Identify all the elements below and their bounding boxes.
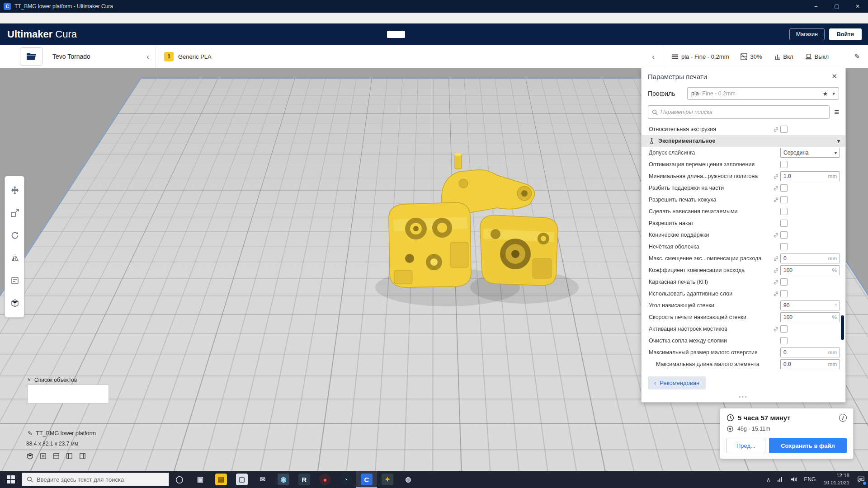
adhesion-summary[interactable]: Выкл: [805, 53, 829, 60]
panel-close-icon[interactable]: ✕: [830, 71, 839, 81]
setting-row[interactable]: Разрешить печать кожуха ▾: [642, 194, 845, 206]
file-explorer-icon[interactable]: ▤: [211, 471, 231, 488]
object-list-header[interactable]: ˅ Список объектов: [28, 377, 77, 383]
setting-row[interactable]: Скорость печати нависающей стенки 100 ▾ …: [642, 311, 845, 323]
setting-row[interactable]: Максимальная длина малого элемента 0.0 ▾…: [642, 358, 845, 370]
setting-checkbox[interactable]: [780, 208, 788, 215]
printer-collapse-icon[interactable]: ‹: [146, 53, 149, 61]
recommended-mode-button[interactable]: ‹ Рекомендован: [648, 376, 706, 389]
setting-row[interactable]: Разбить поддержки на части ▾: [642, 182, 845, 194]
minimize-button[interactable]: –: [806, 0, 826, 13]
settings-scrollbar[interactable]: [841, 315, 844, 340]
setting-checkbox[interactable]: [780, 161, 788, 168]
setting-row[interactable]: Использовать адаптивные слои ▾: [642, 288, 845, 300]
setting-input[interactable]: 100 %: [780, 265, 840, 275]
move-tool-button[interactable]: [5, 179, 25, 202]
close-button[interactable]: ✕: [847, 0, 868, 13]
rotate-tool-button[interactable]: [5, 224, 25, 247]
setting-row[interactable]: Каркасная печать (КП) ▾: [642, 276, 845, 288]
support-summary[interactable]: Вкл: [774, 53, 793, 60]
setting-checkbox[interactable]: [780, 278, 788, 286]
steam-icon[interactable]: ◔: [335, 471, 356, 488]
setting-row[interactable]: Макс. смещение экс...омпенсации расхода …: [642, 253, 845, 264]
record-app-icon[interactable]: ●: [315, 471, 335, 488]
setting-checkbox[interactable]: [780, 290, 788, 297]
setting-row[interactable]: Угол нависающей стенки 90 ▾ 90 °: [642, 300, 845, 311]
model-group[interactable]: [366, 152, 579, 319]
setting-row[interactable]: Допуск слайсинга Середина ▾ Середина: [642, 147, 845, 159]
info-icon[interactable]: i: [839, 414, 847, 422]
setting-input[interactable]: 1.0 mm: [780, 171, 840, 181]
object-list-item[interactable]: [28, 391, 108, 397]
view-front-icon[interactable]: [39, 452, 47, 460]
mail-icon[interactable]: ✉: [252, 471, 273, 488]
support-blocker-button[interactable]: [5, 292, 25, 314]
taskbar-search-input[interactable]: [37, 476, 164, 483]
profile-dropdown[interactable]: pla - Fine - 0.2mm ★ ▾: [687, 87, 839, 100]
section-chevron-icon[interactable]: ▾: [837, 138, 840, 144]
start-button[interactable]: [0, 471, 22, 488]
clock[interactable]: 12:18 10.01.2021: [819, 472, 854, 486]
extruder-badge[interactable]: 1: [164, 52, 174, 61]
marketplace-button[interactable]: Магазин: [789, 28, 825, 40]
setting-row[interactable]: Минимальная длина...ружности полигона 1.…: [642, 170, 845, 182]
maximize-button[interactable]: ▢: [826, 0, 847, 13]
setting-checkbox[interactable]: [780, 231, 788, 239]
taskbar-search[interactable]: [22, 473, 169, 486]
view-left-icon[interactable]: [66, 452, 73, 460]
language-indicator[interactable]: ENG: [801, 471, 819, 488]
stage-tab[interactable]: [425, 31, 443, 38]
setting-row[interactable]: Конические поддержки ▾: [642, 229, 845, 241]
object-list-item[interactable]: [28, 386, 108, 391]
setting-row[interactable]: Максимальный размер малого отверстия 0 ▾…: [642, 347, 845, 358]
infill-summary[interactable]: 30%: [741, 53, 762, 60]
panel-resize-handle[interactable]: •••: [642, 392, 845, 402]
setting-input[interactable]: 90 °: [780, 300, 840, 310]
edit-settings-icon[interactable]: ✎: [854, 52, 860, 61]
setting-row[interactable]: Очистка сопла между слоями ▾: [642, 335, 845, 347]
setting-row[interactable]: Сделать нависания печатаемыми ▾: [642, 206, 845, 217]
object-list-item[interactable]: [28, 397, 108, 402]
setting-input[interactable]: 0 mm: [780, 253, 840, 263]
setting-checkbox[interactable]: [780, 184, 788, 192]
setting-checkbox[interactable]: [780, 325, 788, 333]
r-app-icon[interactable]: R: [294, 471, 315, 488]
stage-tab[interactable]: [387, 31, 405, 38]
material-selector[interactable]: 1 Generic PLA ‹: [156, 45, 663, 68]
setting-checkbox[interactable]: [780, 126, 788, 133]
view-3d-icon[interactable]: [26, 452, 34, 460]
notification-center-icon[interactable]: [854, 471, 868, 488]
view-right-icon[interactable]: [79, 452, 86, 460]
profile-summary[interactable]: pla - Fine - 0.2mm: [671, 53, 729, 60]
setting-checkbox[interactable]: [780, 243, 788, 250]
print-settings-summary[interactable]: pla - Fine - 0.2mm 30% Вкл Выкл ✎: [663, 45, 868, 68]
mirror-tool-button[interactable]: [5, 247, 25, 269]
printer-selector[interactable]: Tevo Tornado ‹: [42, 45, 156, 68]
save-to-file-button[interactable]: Сохранить в файл: [769, 438, 847, 453]
setting-row[interactable]: Коэффициент компенсации расхода 100 ▾ 10…: [642, 264, 845, 276]
setting-checkbox[interactable]: [780, 196, 788, 203]
project-name-row[interactable]: ✎ TT_BMG lower platform: [28, 430, 96, 436]
star-icon[interactable]: ★: [823, 90, 828, 97]
settings-menu-icon[interactable]: ≡: [834, 108, 839, 117]
setting-row[interactable]: Относительная экструзия ▾: [642, 123, 845, 135]
setting-row[interactable]: Экспериментальное ▾: [642, 135, 845, 147]
signin-button[interactable]: Войти: [829, 28, 862, 40]
material-collapse-icon[interactable]: ‹: [652, 53, 655, 61]
setting-row[interactable]: Разрешить накат ▾: [642, 217, 845, 229]
settings-search-box[interactable]: [648, 105, 830, 119]
cortana-icon[interactable]: ◯: [169, 471, 190, 488]
network-icon[interactable]: [774, 471, 787, 488]
per-model-settings-button[interactable]: [5, 269, 25, 292]
setting-dropdown[interactable]: Середина ▾: [780, 148, 840, 158]
tray-expand-icon[interactable]: ∧: [763, 471, 774, 488]
open-file-button[interactable]: [20, 47, 42, 66]
stage-tab[interactable]: [463, 31, 481, 38]
settings-search-input[interactable]: [660, 109, 826, 115]
setting-row[interactable]: Активация настроек мостиков ▾: [642, 323, 845, 335]
setting-checkbox[interactable]: [780, 220, 788, 227]
setting-checkbox[interactable]: [780, 337, 788, 344]
setting-input[interactable]: 0 mm: [780, 347, 840, 357]
media-app-icon[interactable]: ◉: [273, 471, 294, 488]
cura-icon[interactable]: C: [356, 471, 377, 488]
